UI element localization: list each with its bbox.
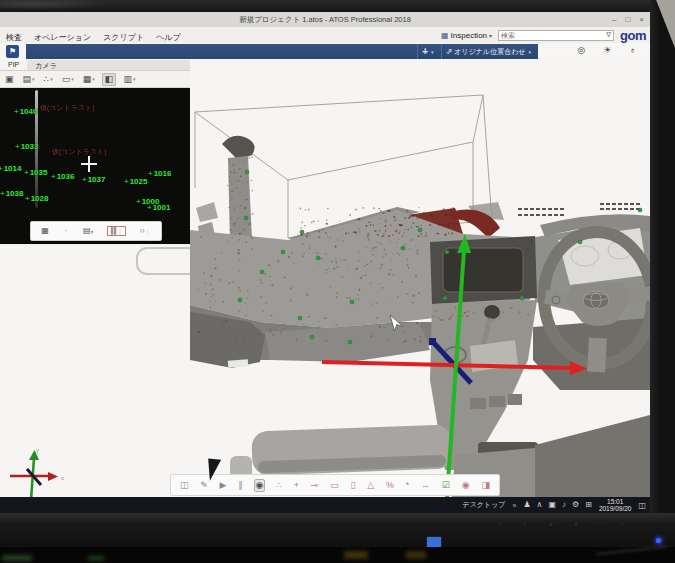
desk-surface xyxy=(0,547,675,563)
ref-point-1037: +1037 xyxy=(82,176,105,184)
ref-point-1040: +1040 xyxy=(14,108,37,116)
viewport-toolbar: ◫✎▶∥◉∴+⊸▭▯△%*↔☑◉◨ xyxy=(170,474,500,496)
point-cloud-icon[interactable]: ∴▾ xyxy=(42,74,55,85)
view-mode-icon[interactable]: ◫ xyxy=(179,480,190,491)
triad-y-label: y xyxy=(36,447,39,453)
layers-icon[interactable]: ▤▾ xyxy=(80,226,97,236)
inspection-icon: ▦ xyxy=(441,31,449,40)
camera-toolbar: ▦·▤▾∥∥⋮○⋮ xyxy=(30,221,162,241)
grid-points-icon[interactable]: ▦ xyxy=(38,226,51,236)
door-pocket-outline xyxy=(137,248,199,274)
slider-icon[interactable]: ∥ xyxy=(237,480,244,491)
pip-mode-icon[interactable]: ▣ xyxy=(3,74,16,85)
menu-item-1[interactable]: 検査 xyxy=(6,33,22,42)
menu-item-4[interactable]: ヘルプ xyxy=(156,33,181,42)
app-tray-icon[interactable]: ⊞ xyxy=(585,501,592,509)
monitor-bezel-top xyxy=(0,0,675,12)
ref-point-1036: +1036 xyxy=(51,173,74,181)
star-icon[interactable]: * xyxy=(405,480,411,491)
region-icon[interactable]: ▯ xyxy=(349,480,356,491)
circle-icon[interactable]: ○⋮ xyxy=(137,226,154,236)
ref-point-1016: +1016 xyxy=(148,170,171,178)
record-icon[interactable]: ◉ xyxy=(461,480,471,491)
chevron-down-icon: ▾ xyxy=(133,76,136,82)
flag-icon[interactable]: ⚑ xyxy=(6,45,19,58)
bezel-button: ∨ xyxy=(549,520,553,527)
chevron-down-icon: ▾ xyxy=(92,76,95,82)
maximize-button[interactable]: □ xyxy=(625,16,630,24)
display-tray-icon[interactable]: ▣ xyxy=(548,501,556,509)
triangle-icon[interactable]: △ xyxy=(366,480,375,491)
gom-logo: gom xyxy=(620,29,646,42)
pip-tabs: PIPカメラ xyxy=(0,60,190,71)
dot-icon[interactable]: · xyxy=(62,226,70,236)
move-icon[interactable]: + xyxy=(293,480,300,491)
select-icon[interactable]: ▶ xyxy=(219,480,228,491)
menu-item-3[interactable]: スクリプト xyxy=(103,33,144,42)
projector-icon[interactable]: ◧ xyxy=(102,73,117,86)
alignment-label: オリジナル位置合わせ xyxy=(454,47,525,57)
ribbon-right-icons: ◎☀♁ xyxy=(577,45,636,55)
search-input[interactable] xyxy=(501,32,606,39)
display-icon[interactable]: ▭▾ xyxy=(60,74,76,85)
taskbar: デスクトップ » ♟∧▣♪⚙⊞ 15:01 2019/09/20 ◫ xyxy=(0,497,650,513)
transform-icon: ⇗ xyxy=(446,47,453,56)
add-element-button[interactable]: + ▾ xyxy=(417,44,440,59)
window-title: 新規プロジェクト 1.atos - ATOS Professional 2018 xyxy=(239,15,411,25)
menubar: 検査オペレーションスクリプトヘルプ ▦ Inspection ▾ ∇ gom xyxy=(0,27,650,43)
points-icon[interactable]: ∴ xyxy=(275,480,283,491)
chevron-down-icon: ▾ xyxy=(50,76,53,82)
menu-item-2[interactable]: オペレーション xyxy=(34,33,91,42)
original-alignment-button[interactable]: ⇗ オリジナル位置合わせ ▾ xyxy=(441,44,538,59)
export-view-icon[interactable]: ▤▾ xyxy=(21,74,37,85)
link-icon[interactable]: % xyxy=(385,480,395,491)
taskbar-clock[interactable]: 15:01 2019/09/20 xyxy=(599,498,632,512)
check-icon[interactable]: ☑ xyxy=(441,480,451,491)
bulb-icon[interactable]: ♁ xyxy=(629,45,636,55)
input-tool-icon[interactable]: ♟ xyxy=(523,501,530,509)
tab-カメラ[interactable]: カメラ xyxy=(27,60,65,70)
a-pillar-scan xyxy=(196,136,255,242)
ref-point-1033: +1033 xyxy=(15,143,38,151)
window-controls: – □ × xyxy=(612,12,644,27)
probe-icon[interactable]: ⊸ xyxy=(310,480,320,491)
volume-icon[interactable]: ♪ xyxy=(562,501,566,509)
rect-select-icon[interactable]: ▭ xyxy=(329,480,340,491)
barcode-icon[interactable]: ∥∥⋮ xyxy=(107,226,126,236)
inspection-dropdown[interactable]: ▦ Inspection ▾ xyxy=(441,31,492,40)
edit-icon[interactable]: ✎ xyxy=(199,480,209,491)
minimize-button[interactable]: – xyxy=(612,16,616,24)
ref-point-1025: +1025 xyxy=(124,178,147,186)
adjust-icon[interactable]: ▥▾ xyxy=(121,74,137,85)
monitor-photo: 新規プロジェクト 1.atos - ATOS Professional 2018… xyxy=(0,0,675,563)
ref-point-1001: +1001 xyxy=(147,204,170,212)
search-box[interactable]: ∇ xyxy=(498,30,614,41)
desktop-toolbar-label[interactable]: デスクトップ xyxy=(463,500,506,510)
ref-point-1035: +1035 xyxy=(24,169,47,177)
ref-point-1014: +1014 xyxy=(0,165,21,173)
chevron-down-icon: ▾ xyxy=(431,49,434,55)
chevron-down-icon: ▾ xyxy=(32,76,35,82)
menu-items: 検査オペレーションスクリプトヘルプ xyxy=(6,26,193,44)
notification-center-icon[interactable]: ◫ xyxy=(638,501,646,510)
hidden-icons-chevron[interactable]: ∧ xyxy=(537,501,543,509)
clock-time: 15:01 xyxy=(607,498,623,505)
half-icon[interactable]: ◨ xyxy=(480,480,491,491)
pattern-icon[interactable]: ▦▾ xyxy=(81,74,97,85)
inspection-label: Inspection xyxy=(451,31,487,40)
bezel-button: ∧ xyxy=(574,520,578,527)
lamp-icon[interactable]: ◎ xyxy=(577,45,585,55)
clock-date: 2019/09/20 xyxy=(599,505,632,512)
menubar-right: ▦ Inspection ▾ ∇ gom xyxy=(441,27,646,43)
tab-PIP[interactable]: PIP xyxy=(0,60,27,70)
settings-tray-icon[interactable]: ⚙ xyxy=(572,501,579,509)
close-button[interactable]: × xyxy=(639,16,644,24)
search-filter-icon[interactable]: ∇ xyxy=(606,31,611,39)
desktop-chevron-icon[interactable]: » xyxy=(513,502,517,509)
pip-toolbar: ▣▤▾∴▾▭▾▦▾◧▥▾ xyxy=(0,71,190,88)
camera-view[interactable]: +1040+1033+1014+1035+1036+1037+1025+1016… xyxy=(0,88,190,244)
brightness-icon[interactable]: ☀ xyxy=(603,45,611,55)
expand-icon[interactable]: ↔ xyxy=(420,480,431,491)
viewport-3d[interactable]: x y PIPカメラ ▣▤▾∴▾▭▾▦▾◧▥▾ +1040+1033+1014+… xyxy=(0,60,650,497)
target-icon[interactable]: ◉ xyxy=(254,479,266,492)
